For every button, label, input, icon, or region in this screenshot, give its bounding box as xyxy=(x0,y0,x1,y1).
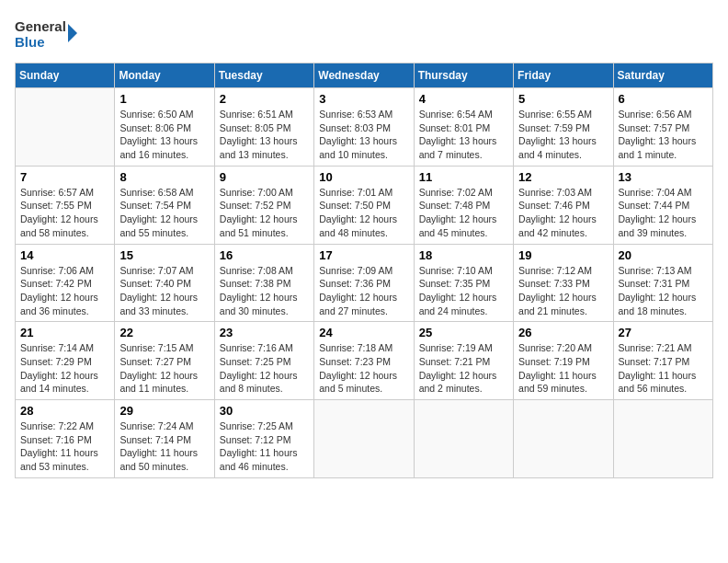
day-number: 14 xyxy=(20,248,109,262)
calendar-cell: 13Sunrise: 7:04 AM Sunset: 7:44 PM Dayli… xyxy=(613,166,712,244)
day-info: Sunrise: 7:21 AM Sunset: 7:17 PM Dayligh… xyxy=(619,341,708,396)
calendar-header-wednesday: Wednesday xyxy=(314,63,414,88)
calendar-cell: 3Sunrise: 6:53 AM Sunset: 8:03 PM Daylig… xyxy=(314,88,414,167)
day-number: 11 xyxy=(419,170,508,184)
calendar-week-row: 7Sunrise: 6:57 AM Sunset: 7:55 PM Daylig… xyxy=(16,166,713,244)
calendar-cell: 19Sunrise: 7:12 AM Sunset: 7:33 PM Dayli… xyxy=(514,244,613,322)
day-number: 7 xyxy=(20,170,109,184)
svg-marker-2 xyxy=(68,24,77,42)
day-info: Sunrise: 7:06 AM Sunset: 7:42 PM Dayligh… xyxy=(20,264,109,318)
day-info: Sunrise: 7:02 AM Sunset: 7:48 PM Dayligh… xyxy=(419,186,508,240)
calendar-header-tuesday: Tuesday xyxy=(214,63,313,88)
day-number: 18 xyxy=(419,248,508,262)
calendar-header-monday: Monday xyxy=(115,63,214,88)
calendar-cell: 10Sunrise: 7:01 AM Sunset: 7:50 PM Dayli… xyxy=(314,166,414,244)
calendar-header-sunday: Sunday xyxy=(16,63,115,88)
calendar-cell: 23Sunrise: 7:16 AM Sunset: 7:25 PM Dayli… xyxy=(214,322,313,400)
day-number: 28 xyxy=(20,404,109,418)
svg-text:General: General xyxy=(15,18,66,34)
calendar-cell: 25Sunrise: 7:19 AM Sunset: 7:21 PM Dayli… xyxy=(414,322,513,400)
day-info: Sunrise: 7:25 AM Sunset: 7:12 PM Dayligh… xyxy=(220,419,309,474)
day-number: 29 xyxy=(119,404,209,418)
day-number: 12 xyxy=(518,170,608,184)
day-number: 21 xyxy=(20,326,109,339)
day-number: 27 xyxy=(619,326,708,339)
day-number: 13 xyxy=(619,170,708,184)
day-number: 8 xyxy=(119,170,209,184)
day-number: 22 xyxy=(119,326,209,339)
calendar-week-row: 1Sunrise: 6:50 AM Sunset: 8:06 PM Daylig… xyxy=(16,88,713,167)
page-header: GeneralBlue xyxy=(15,15,713,52)
day-number: 3 xyxy=(319,92,408,106)
day-number: 23 xyxy=(220,326,309,339)
day-number: 9 xyxy=(220,170,309,184)
day-number: 25 xyxy=(419,326,508,339)
day-info: Sunrise: 7:18 AM Sunset: 7:23 PM Dayligh… xyxy=(319,341,408,396)
calendar-cell: 15Sunrise: 7:07 AM Sunset: 7:40 PM Dayli… xyxy=(115,244,214,322)
calendar-cell: 26Sunrise: 7:20 AM Sunset: 7:19 PM Dayli… xyxy=(514,322,613,400)
calendar-cell: 24Sunrise: 7:18 AM Sunset: 7:23 PM Dayli… xyxy=(314,322,414,400)
calendar-cell: 17Sunrise: 7:09 AM Sunset: 7:36 PM Dayli… xyxy=(314,244,414,322)
day-info: Sunrise: 7:00 AM Sunset: 7:52 PM Dayligh… xyxy=(220,186,309,240)
calendar-week-row: 14Sunrise: 7:06 AM Sunset: 7:42 PM Dayli… xyxy=(16,244,713,322)
calendar-cell: 14Sunrise: 7:06 AM Sunset: 7:42 PM Dayli… xyxy=(16,244,115,322)
calendar-week-row: 21Sunrise: 7:14 AM Sunset: 7:29 PM Dayli… xyxy=(16,322,713,400)
calendar-cell: 4Sunrise: 6:54 AM Sunset: 8:01 PM Daylig… xyxy=(414,88,513,167)
day-number: 24 xyxy=(319,326,408,339)
calendar-header-saturday: Saturday xyxy=(613,63,712,88)
day-number: 17 xyxy=(319,248,408,262)
day-number: 30 xyxy=(220,404,309,418)
calendar-header-thursday: Thursday xyxy=(414,63,513,88)
day-number: 26 xyxy=(518,326,608,339)
calendar-cell: 20Sunrise: 7:13 AM Sunset: 7:31 PM Dayli… xyxy=(613,244,712,322)
day-info: Sunrise: 6:50 AM Sunset: 8:06 PM Dayligh… xyxy=(119,108,209,162)
calendar-cell xyxy=(314,400,414,478)
day-info: Sunrise: 7:01 AM Sunset: 7:50 PM Dayligh… xyxy=(319,186,408,240)
day-info: Sunrise: 7:13 AM Sunset: 7:31 PM Dayligh… xyxy=(619,264,708,318)
day-info: Sunrise: 7:15 AM Sunset: 7:27 PM Dayligh… xyxy=(119,341,209,396)
svg-text:Blue: Blue xyxy=(15,34,45,50)
logo: GeneralBlue xyxy=(15,15,79,52)
calendar-cell: 8Sunrise: 6:58 AM Sunset: 7:54 PM Daylig… xyxy=(115,166,214,244)
day-number: 19 xyxy=(518,248,608,262)
calendar-header-friday: Friday xyxy=(514,63,613,88)
day-info: Sunrise: 7:03 AM Sunset: 7:46 PM Dayligh… xyxy=(518,186,608,240)
day-info: Sunrise: 7:24 AM Sunset: 7:14 PM Dayligh… xyxy=(119,419,209,474)
calendar-cell: 11Sunrise: 7:02 AM Sunset: 7:48 PM Dayli… xyxy=(414,166,513,244)
day-info: Sunrise: 6:56 AM Sunset: 7:57 PM Dayligh… xyxy=(619,108,708,162)
day-number: 5 xyxy=(518,92,608,106)
calendar-cell: 1Sunrise: 6:50 AM Sunset: 8:06 PM Daylig… xyxy=(115,88,214,167)
calendar-cell: 7Sunrise: 6:57 AM Sunset: 7:55 PM Daylig… xyxy=(16,166,115,244)
day-info: Sunrise: 7:12 AM Sunset: 7:33 PM Dayligh… xyxy=(518,264,608,318)
calendar-cell xyxy=(16,88,115,167)
day-info: Sunrise: 7:10 AM Sunset: 7:35 PM Dayligh… xyxy=(419,264,508,318)
day-number: 2 xyxy=(220,92,309,106)
day-number: 16 xyxy=(220,248,309,262)
day-info: Sunrise: 6:57 AM Sunset: 7:55 PM Dayligh… xyxy=(20,186,109,240)
day-number: 10 xyxy=(319,170,408,184)
calendar-cell: 6Sunrise: 6:56 AM Sunset: 7:57 PM Daylig… xyxy=(613,88,712,167)
calendar-cell: 9Sunrise: 7:00 AM Sunset: 7:52 PM Daylig… xyxy=(214,166,313,244)
day-info: Sunrise: 6:54 AM Sunset: 8:01 PM Dayligh… xyxy=(419,108,508,162)
day-info: Sunrise: 6:55 AM Sunset: 7:59 PM Dayligh… xyxy=(518,108,608,162)
day-info: Sunrise: 6:53 AM Sunset: 8:03 PM Dayligh… xyxy=(319,108,408,162)
calendar-cell: 27Sunrise: 7:21 AM Sunset: 7:17 PM Dayli… xyxy=(613,322,712,400)
calendar-cell: 2Sunrise: 6:51 AM Sunset: 8:05 PM Daylig… xyxy=(214,88,313,167)
day-info: Sunrise: 7:22 AM Sunset: 7:16 PM Dayligh… xyxy=(20,419,109,474)
day-info: Sunrise: 7:08 AM Sunset: 7:38 PM Dayligh… xyxy=(220,264,309,318)
calendar-cell: 30Sunrise: 7:25 AM Sunset: 7:12 PM Dayli… xyxy=(214,400,313,478)
calendar-cell: 18Sunrise: 7:10 AM Sunset: 7:35 PM Dayli… xyxy=(414,244,513,322)
day-number: 6 xyxy=(619,92,708,106)
calendar-cell: 28Sunrise: 7:22 AM Sunset: 7:16 PM Dayli… xyxy=(16,400,115,478)
calendar-cell xyxy=(613,400,712,478)
day-info: Sunrise: 6:51 AM Sunset: 8:05 PM Dayligh… xyxy=(220,108,309,162)
day-number: 20 xyxy=(619,248,708,262)
day-info: Sunrise: 7:16 AM Sunset: 7:25 PM Dayligh… xyxy=(220,341,309,396)
calendar-cell: 21Sunrise: 7:14 AM Sunset: 7:29 PM Dayli… xyxy=(16,322,115,400)
day-info: Sunrise: 7:19 AM Sunset: 7:21 PM Dayligh… xyxy=(419,341,508,396)
calendar-cell: 5Sunrise: 6:55 AM Sunset: 7:59 PM Daylig… xyxy=(514,88,613,167)
calendar-header-row: SundayMondayTuesdayWednesdayThursdayFrid… xyxy=(16,63,713,88)
day-info: Sunrise: 7:04 AM Sunset: 7:44 PM Dayligh… xyxy=(619,186,708,240)
calendar-cell xyxy=(514,400,613,478)
day-number: 4 xyxy=(419,92,508,106)
